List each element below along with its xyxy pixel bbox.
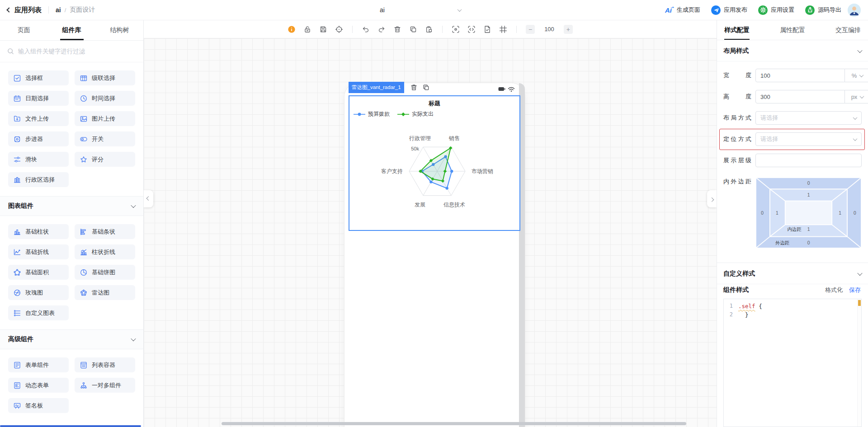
right-tab-交互编排[interactable]: 交互编排: [835, 20, 861, 40]
toolbar-info-button[interactable]: [288, 25, 296, 33]
component-item-label: 级联选择: [92, 74, 115, 82]
component-search-input[interactable]: 输入组件关键字进行过滤: [0, 41, 143, 62]
legend-item[interactable]: 实际支出: [397, 110, 434, 118]
component-item-slider[interactable]: 滑块: [8, 152, 69, 167]
spacing-label: 内外边距: [723, 178, 751, 186]
cascade-icon: [80, 75, 87, 82]
component-item-star[interactable]: 评分: [75, 152, 135, 167]
canvas-horizontal-scrollbar[interactable]: [222, 422, 686, 425]
toolbar-trash-button[interactable]: [393, 25, 401, 33]
component-item-list-container[interactable]: 列表容器: [75, 357, 135, 372]
component-item-form[interactable]: 表单组件: [8, 357, 69, 372]
code-editor[interactable]: 12 .self { }: [723, 299, 862, 427]
left-tab-组件库[interactable]: 组件库: [48, 20, 96, 40]
component-name-tag[interactable]: 雷达图_vant_radar_1: [349, 82, 404, 93]
component-item-image-upload[interactable]: 图片上传: [75, 111, 135, 126]
toolbar-undo-button[interactable]: [362, 25, 370, 33]
page-select[interactable]: ai: [380, 0, 461, 20]
box-model-diagram[interactable]: 010110内边距1外边距0: [755, 175, 862, 251]
component-item-signature[interactable]: 签名板: [8, 398, 69, 413]
custom-style-section-header[interactable]: 自定义样式: [717, 263, 868, 284]
field-input-展示层级[interactable]: [755, 154, 862, 167]
toolbar-target-button[interactable]: [335, 25, 343, 33]
component-item-hbar-chart[interactable]: 基础条状: [75, 224, 135, 239]
section-header-图表组件[interactable]: 图表组件: [0, 196, 143, 216]
component-item-clock[interactable]: 时间选择: [75, 91, 135, 106]
component-item-combo-chart[interactable]: 柱状折线: [75, 244, 135, 259]
component-item-file-upload[interactable]: 文件上传: [8, 111, 69, 126]
editor-code[interactable]: .self { }: [736, 299, 861, 427]
svg-text:50k: 50k: [411, 146, 419, 151]
field-select-布局方式[interactable]: 请选择: [755, 111, 862, 125]
save-icon: [319, 25, 327, 33]
chevron-down-icon: [853, 136, 858, 141]
delete-component-button[interactable]: [410, 84, 418, 91]
section-header-高级组件[interactable]: 高级组件: [0, 329, 143, 349]
bar-chart-icon: [14, 228, 21, 235]
component-item-one-to-many[interactable]: 一对多组件: [75, 378, 135, 393]
format-button[interactable]: 格式化: [825, 286, 843, 294]
unit-select-宽度[interactable]: %: [845, 69, 868, 82]
collapse-right-panel-handle[interactable]: [707, 190, 717, 207]
toolbar-copy-button[interactable]: [409, 25, 417, 33]
topbar-action-paper-plane[interactable]: 应用发布: [711, 5, 747, 15]
line-number: 2: [724, 310, 733, 319]
toolbar-doc-check-button[interactable]: [483, 25, 491, 33]
collapse-left-panel-handle[interactable]: [144, 190, 153, 207]
frame-icon: [499, 25, 507, 33]
legend-item[interactable]: 预算拨款: [354, 110, 390, 118]
layout-style-section-header[interactable]: 布局样式: [717, 40, 868, 61]
component-item-calendar[interactable]: 日期选择: [8, 91, 69, 106]
component-item-radar-chart[interactable]: 雷达图: [75, 285, 135, 300]
component-item-dynamic-form[interactable]: 动态表单: [8, 378, 69, 393]
zoom-out-button[interactable]: −: [526, 25, 535, 34]
selected-radar-chart-component[interactable]: 标题 预算拨款实际支出 销售市场营销信息技术发展客户支持行政管理50k: [349, 95, 520, 231]
component-item-custom-chart[interactable]: 自定义图表: [8, 305, 69, 320]
left-tab-页面[interactable]: 页面: [0, 20, 48, 40]
component-item-bar-chart[interactable]: 基础柱状: [8, 224, 69, 239]
toolbar-paste-button[interactable]: [425, 25, 433, 33]
back-button[interactable]: 应用列表: [7, 6, 42, 14]
breadcrumb-app[interactable]: ai: [56, 6, 61, 14]
component-item-label: 签名板: [25, 402, 43, 410]
field-input-高度[interactable]: [755, 90, 845, 103]
toolbar-frame-button[interactable]: [499, 25, 507, 33]
right-tab-样式配置[interactable]: 样式配置: [724, 20, 750, 40]
chevron-down-icon: [131, 336, 136, 341]
toolbar-unlock-button[interactable]: [303, 25, 311, 33]
canvas-grid[interactable]: 雷达图_vant_radar_1 标题 预算拨款实际支出 销售市场营销信息技术发…: [144, 38, 717, 427]
copy-component-button[interactable]: [422, 84, 430, 91]
component-item-pie-chart[interactable]: 基础饼图: [75, 265, 135, 280]
svg-text:0: 0: [854, 211, 856, 216]
right-tab-属性配置[interactable]: 属性配置: [780, 20, 805, 40]
component-item-label: 基础条状: [92, 228, 115, 236]
toolbar-eye-scan-button[interactable]: [452, 25, 460, 33]
topbar-action-export[interactable]: 源码导出: [805, 5, 841, 15]
component-item-line-chart[interactable]: 基础折线: [8, 244, 69, 259]
avatar[interactable]: [848, 4, 861, 17]
component-item-checkbox[interactable]: 选择框: [8, 70, 69, 85]
component-item-area-chart[interactable]: 基础面积: [8, 265, 69, 280]
component-item-switch[interactable]: 开关: [75, 131, 135, 146]
chevron-right-icon: [710, 197, 714, 202]
chart-title: 标题: [349, 99, 519, 108]
save-button[interactable]: 保存: [849, 286, 861, 294]
toolbar-code-scan-button[interactable]: [467, 25, 476, 33]
toolbar-redo-button[interactable]: [377, 25, 386, 33]
topbar-action-ai-logo[interactable]: Ai+生成页面: [665, 6, 700, 14]
topbar-action-gear[interactable]: 应用设置: [758, 5, 794, 15]
component-item-district[interactable]: 行政区选择: [8, 172, 69, 187]
select-placeholder: 请选择: [760, 114, 778, 122]
zoom-in-button[interactable]: +: [564, 25, 573, 34]
component-item-rose-chart[interactable]: 玫瑰图: [8, 285, 69, 300]
unit-select-高度[interactable]: px: [845, 90, 868, 103]
field-select-定位方式[interactable]: 请选择: [755, 132, 862, 146]
left-tab-结构树[interactable]: 结构树: [95, 20, 143, 40]
field-input-宽度[interactable]: [755, 69, 845, 82]
left-panel-scrollbar[interactable]: [0, 425, 141, 427]
component-item-cascade[interactable]: 级联选择: [75, 70, 135, 85]
component-item-stepper[interactable]: 步进器: [8, 131, 69, 146]
component-item-label: 时间选择: [92, 94, 115, 103]
component-item-label: 一对多组件: [92, 381, 121, 389]
toolbar-save-button[interactable]: [319, 25, 327, 33]
